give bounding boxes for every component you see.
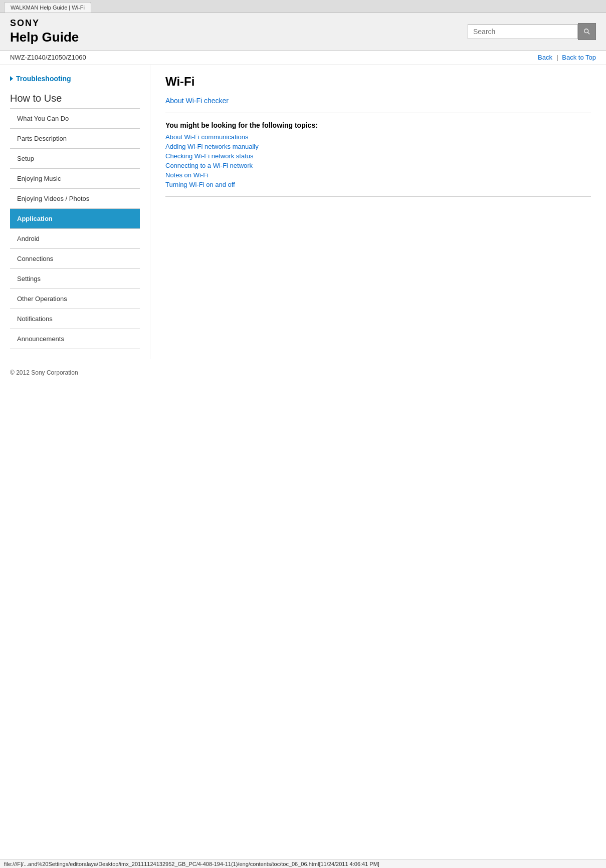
page-title: Wi-Fi [165,75,591,89]
content-bottom-divider [165,196,591,197]
nav-separator: | [556,54,558,61]
chevron-right-icon [10,76,13,81]
sidebar-item-enjoying-videos-photos[interactable]: Enjoying Videos / Photos [10,189,140,209]
content-area: Wi-Fi About Wi-Fi checker You might be l… [150,65,606,359]
topic-link-0[interactable]: About Wi-Fi communications [165,133,591,141]
footer: © 2012 Sony Corporation [0,359,606,386]
search-input[interactable] [468,24,578,39]
page-header: SONY Help Guide [0,13,606,51]
sidebar-item-parts-description[interactable]: Parts Description [10,129,140,149]
sidebar-item-other-operations[interactable]: Other Operations [10,289,140,309]
related-topics-label: You might be looking for the following t… [165,121,591,129]
sidebar-item-settings[interactable]: Settings [10,269,140,289]
copyright-text: © 2012 Sony Corporation [10,369,78,376]
sidebar-item-connections[interactable]: Connections [10,249,140,269]
sidebar-item-android[interactable]: Android [10,229,140,249]
troubleshooting-link[interactable]: Troubleshooting [10,75,140,83]
header-branding: SONY Help Guide [10,18,79,45]
topic-link-4[interactable]: Notes on Wi-Fi [165,171,591,179]
device-label: NWZ-Z1040/Z1050/Z1060 [10,54,86,61]
sidebar-item-announcements[interactable]: Announcements [10,329,140,349]
topic-link-3[interactable]: Connecting to a Wi-Fi network [165,162,591,169]
how-to-use-title: How to Use [10,93,140,104]
browser-tab[interactable]: WALKMAN Help Guide | Wi-Fi [4,2,91,13]
topic-link-5[interactable]: Turning Wi-Fi on and off [165,181,591,188]
search-area [468,23,596,40]
svg-point-0 [584,29,588,33]
back-to-top-link[interactable]: Back to Top [562,54,596,61]
troubleshooting-label: Troubleshooting [16,75,71,83]
nav-bar: NWZ-Z1040/Z1050/Z1060 Back | Back to Top [0,51,606,65]
search-icon [583,28,590,36]
help-guide-title: Help Guide [10,30,79,45]
sidebar-item-what-you-can-do[interactable]: What You Can Do [10,109,140,129]
sony-logo: SONY [10,18,79,29]
browser-tab-title: WALKMAN Help Guide | Wi-Fi [11,5,85,11]
topic-link-2[interactable]: Checking Wi-Fi network status [165,152,591,160]
sidebar-item-notifications[interactable]: Notifications [10,309,140,329]
svg-line-1 [588,33,590,35]
back-link[interactable]: Back [538,54,552,61]
sidebar-item-application[interactable]: Application [10,209,140,229]
sidebar-item-setup[interactable]: Setup [10,149,140,169]
nav-links: Back | Back to Top [538,54,596,61]
main-content-link[interactable]: About Wi-Fi checker [165,97,591,105]
topic-link-1[interactable]: Adding Wi-Fi networks manually [165,143,591,150]
content-divider [165,113,591,113]
sidebar: Troubleshooting How to Use What You Can … [0,65,150,359]
search-button[interactable] [578,23,596,40]
sidebar-item-enjoying-music[interactable]: Enjoying Music [10,169,140,189]
main-container: Troubleshooting How to Use What You Can … [0,65,606,359]
